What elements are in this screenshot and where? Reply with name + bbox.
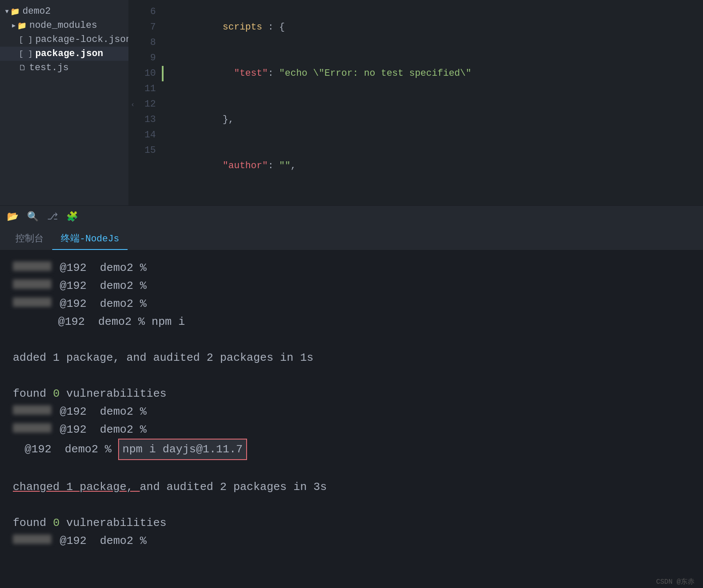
sidebar-label-package-json: package.json (35, 48, 103, 59)
folder-icon: 📁 (10, 7, 20, 16)
terminal-prompt: @192 demo2 % npm i (51, 313, 185, 331)
terminal-prompt: @192 demo2 % (53, 532, 146, 550)
code-line-7: "test": "echo \"Error: no test specified… (163, 50, 703, 97)
terminal-line: @192 demo2 % (13, 259, 690, 277)
code-token: "echo \"Error: no test specified\" (279, 68, 471, 79)
terminal-zero2: 0 (53, 514, 60, 532)
terminal-line-npm-i: @192 demo2 % npm i (13, 313, 690, 331)
terminal-area: 控制台 终端-NodeJs @192 demo2 % @192 demo2 % … (0, 228, 703, 588)
blurred-hostname (13, 261, 51, 271)
terminal-changed-text: changed 1 package, (13, 478, 140, 496)
terminal-line: @192 demo2 % (13, 421, 690, 439)
chevron-right-icon: ▶ (12, 22, 15, 29)
terminal-tabs: 控制台 终端-NodeJs (0, 228, 703, 250)
files-icon[interactable]: 📂 (7, 211, 18, 223)
bottom-bar: CSDN @东赤 (0, 575, 703, 588)
terminal-output-text: added 1 package, and audited 2 packages … (13, 349, 313, 367)
terminal-prompt: @192 demo2 % (53, 277, 146, 295)
terminal-output-blank (13, 331, 690, 349)
file-icon: 🗋 (19, 63, 27, 72)
terminal-output-text: found (13, 514, 53, 532)
blurred-hostname (13, 535, 51, 544)
terminal-zero: 0 (53, 385, 60, 403)
code-token: "author" (211, 160, 268, 171)
sidebar-item-package-lock[interactable]: [ ] package-lock.json (0, 33, 128, 47)
terminal-line: @192 demo2 % (13, 277, 690, 295)
terminal-prompt: @192 demo2 % (53, 403, 146, 421)
blurred-hostname (13, 297, 51, 307)
terminal-prompt: @192 demo2 % (53, 421, 146, 439)
terminal-output-blank3 (13, 460, 690, 478)
terminal-output-found2: found 0 vulnerabilities (13, 514, 690, 532)
watermark: CSDN @东赤 (656, 577, 694, 586)
terminal-output-text: vulnerabilities (60, 385, 167, 403)
code-token: "" (279, 160, 290, 171)
tab-console[interactable]: 控制台 (7, 228, 52, 250)
terminal-content: @192 demo2 % @192 demo2 % @192 demo2 % @… (0, 250, 703, 575)
sidebar-label-package-lock: package-lock.json (35, 34, 131, 45)
terminal-command-box: npm i dayjs@1.11.7 (118, 439, 247, 460)
sidebar-label-test-js: test.js (29, 62, 69, 73)
terminal-prompt: @192 demo2 % (18, 440, 118, 458)
code-line-8: }, (163, 97, 703, 143)
collapse-button[interactable]: ‹ (128, 0, 137, 205)
code-token: }, (211, 114, 234, 125)
code-panel: ‹ 6 7 8 9 10 11 12 13 14 15 scripts : { … (128, 0, 703, 205)
terminal-output-text: and audited 2 packages in 3s (140, 478, 327, 496)
sidebar-root-folder[interactable]: ▼ 📁 demo2 (0, 4, 128, 18)
terminal-output-changed: changed 1 package, and audited 2 package… (13, 478, 690, 496)
code-token: scripts (211, 22, 262, 33)
git-icon[interactable]: ⎇ (47, 211, 58, 223)
code-line-10: "license": "ISC", (163, 189, 703, 205)
blurred-hostname (13, 279, 51, 289)
sidebar-item-test-js[interactable]: 🗋 test.js (0, 61, 128, 75)
code-token: : (268, 160, 279, 171)
file-icon: [ ] (19, 50, 33, 58)
terminal-output-blank4 (13, 496, 690, 514)
chevron-down-icon: ▼ (5, 8, 9, 15)
terminal-line-final: @192 demo2 % (13, 532, 690, 550)
sidebar: ▼ 📁 demo2 ▶ 📁 node_modules [ ] package-l… (0, 0, 128, 205)
terminal-prompt: @192 demo2 % (53, 259, 146, 277)
sidebar-item-package-json[interactable]: [ ] package.json (0, 47, 128, 61)
code-line-9: "author": "", (163, 143, 703, 189)
tab-terminal-nodejs[interactable]: 终端-NodeJs (52, 228, 128, 250)
terminal-output-added: added 1 package, and audited 2 packages … (13, 349, 690, 367)
search-icon[interactable]: 🔍 (27, 211, 39, 223)
terminal-output-blank2 (13, 367, 690, 385)
folder-icon: 📁 (17, 21, 27, 30)
code-token: "test" (211, 68, 268, 79)
bottom-toolbar: 📂 🔍 ⎇ 🧩 (0, 205, 703, 228)
line-numbers: 6 7 8 9 10 11 12 13 14 15 (137, 0, 163, 205)
code-line-6: scripts : { (163, 4, 703, 50)
sidebar-item-node-modules[interactable]: ▶ 📁 node_modules (0, 18, 128, 33)
code-token: : { (262, 22, 285, 33)
terminal-prompt: @192 demo2 % (53, 295, 146, 313)
blurred-hostname (13, 423, 51, 433)
sidebar-label-node-modules: node_modules (29, 20, 97, 31)
sidebar-folder-label: demo2 (22, 6, 51, 17)
active-line-indicator (162, 66, 164, 81)
editor-area: ▼ 📁 demo2 ▶ 📁 node_modules [ ] package-l… (0, 0, 703, 205)
terminal-output-text: vulnerabilities (60, 514, 167, 532)
terminal-output-found: found 0 vulnerabilities (13, 385, 690, 403)
code-token: , (290, 160, 296, 171)
terminal-output-text: found (13, 385, 53, 403)
extensions-icon[interactable]: 🧩 (66, 211, 78, 223)
terminal-line: @192 demo2 % (13, 403, 690, 421)
code-token: : (268, 68, 279, 79)
terminal-line: @192 demo2 % (13, 295, 690, 313)
blurred-hostname (13, 405, 51, 415)
code-content: scripts : { "test": "echo \"Error: no te… (163, 0, 703, 205)
terminal-line-npm-dayjs: @192 demo2 % npm i dayjs@1.11.7 (13, 439, 690, 460)
file-icon: [ ] (19, 36, 33, 44)
